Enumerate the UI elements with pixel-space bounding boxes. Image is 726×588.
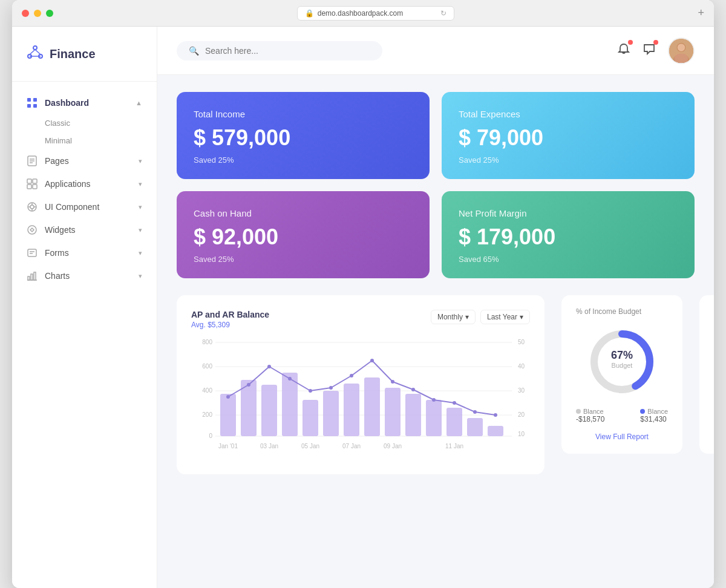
sidebar-item-charts[interactable]: Charts ▾ xyxy=(12,264,157,287)
svg-rect-62 xyxy=(426,400,442,436)
svg-rect-7 xyxy=(33,98,37,102)
svg-point-76 xyxy=(432,398,436,402)
svg-rect-64 xyxy=(467,418,483,436)
expenses-label: Total Expences xyxy=(459,109,678,119)
svg-line-3 xyxy=(30,50,35,54)
filter-year-label: Last Year xyxy=(487,313,517,321)
svg-text:600: 600 xyxy=(202,363,212,370)
sidebar-nav: Dashboard ▲ Classic Minimal Pages ▾ xyxy=(12,82,157,297)
stat-card-profit: Net Profit Margin $ 179,000 Saved 65% xyxy=(442,191,695,278)
svg-rect-65 xyxy=(488,426,503,436)
income-report-link[interactable]: View Full Report xyxy=(595,433,649,441)
svg-rect-17 xyxy=(33,185,37,189)
income-legend2-label: Blance xyxy=(647,408,668,415)
reload-icon[interactable]: ↻ xyxy=(440,9,446,18)
chart-header: AP and AR Balance Avg. $5,309 Monthly ▾ … xyxy=(191,310,530,329)
svg-point-66 xyxy=(226,395,230,399)
svg-rect-30 xyxy=(34,272,36,280)
income-donut-title: % of Income Budget xyxy=(576,307,668,316)
sidebar-item-applications[interactable]: Applications ▾ xyxy=(12,172,157,195)
expenses-value: $ 79,000 xyxy=(459,125,678,151)
svg-rect-63 xyxy=(446,408,462,436)
address-bar[interactable]: 🔒 demo.dashboardpack.com ↻ xyxy=(297,6,454,21)
charts-chevron: ▾ xyxy=(139,272,142,280)
svg-text:400: 400 xyxy=(202,387,212,394)
bottom-section: AP and AR Balance Avg. $5,309 Monthly ▾ … xyxy=(177,295,695,474)
pages-chevron: ▾ xyxy=(139,157,142,165)
stat-card-cash: Cash on Hand $ 92,000 Saved 25% xyxy=(177,191,430,278)
svg-text:0: 0 xyxy=(209,433,212,439)
lock-icon: 🔒 xyxy=(305,9,314,18)
message-button[interactable] xyxy=(643,42,656,59)
income-view-report[interactable]: View Full Report xyxy=(576,431,668,442)
filter-monthly-label: Monthly xyxy=(437,313,463,321)
income-donut-svg: 67% Budget xyxy=(586,325,658,398)
sidebar-item-pages-label: Pages xyxy=(45,156,69,166)
profit-saved: Saved 65% xyxy=(459,255,678,264)
svg-point-67 xyxy=(247,383,250,387)
sidebar-logo: Finance xyxy=(12,27,157,82)
sidebar: Finance Dashboard ▲ Classic Minimal xyxy=(12,27,157,588)
svg-rect-6 xyxy=(27,98,31,102)
svg-text:50: 50 xyxy=(518,339,525,345)
income-legend1-value: -$18,570 xyxy=(576,415,604,423)
app-layout: Finance Dashboard ▲ Classic Minimal xyxy=(12,27,714,588)
stat-card-expenses: Total Expences $ 79,000 Saved 25% xyxy=(442,92,695,179)
browser-toolbar: 🔒 demo.dashboardpack.com ↻ + xyxy=(12,0,714,27)
svg-text:Jan '01: Jan '01 xyxy=(218,443,238,449)
cash-label: Cash on Hand xyxy=(194,208,413,218)
filter-year-button[interactable]: Last Year ▾ xyxy=(480,310,530,324)
widgets-chevron: ▾ xyxy=(139,226,142,234)
sidebar-subitem-minimal[interactable]: Minimal xyxy=(12,132,157,149)
svg-rect-16 xyxy=(27,185,31,189)
dashboard-chevron: ▲ xyxy=(136,99,142,106)
top-bar-right xyxy=(617,38,695,64)
svg-rect-61 xyxy=(405,394,421,436)
maximize-dot[interactable] xyxy=(46,10,53,17)
svg-text:07 Jan: 07 Jan xyxy=(342,443,361,449)
income-saved: Saved 25% xyxy=(194,155,413,165)
main-content: 🔍 xyxy=(157,27,714,588)
svg-text:67%: 67% xyxy=(611,349,633,361)
svg-rect-15 xyxy=(33,179,37,183)
sidebar-subitem-classic[interactable]: Classic xyxy=(12,114,157,132)
expenses-saved: Saved 25% xyxy=(459,155,678,165)
new-tab-button[interactable]: + xyxy=(698,7,704,19)
sidebar-item-dashboard[interactable]: Dashboard ▲ xyxy=(12,91,157,114)
address-bar-area: 🔒 demo.dashboardpack.com ↻ xyxy=(58,6,693,21)
sidebar-item-widgets[interactable]: Widgets ▾ xyxy=(12,218,157,241)
cash-value: $ 92,000 xyxy=(194,224,413,250)
svg-rect-8 xyxy=(27,104,31,108)
user-avatar[interactable] xyxy=(668,38,695,64)
logo-text: Finance xyxy=(50,47,96,61)
sidebar-item-ui-component[interactable]: UI Component ▾ xyxy=(12,195,157,218)
notification-badge xyxy=(628,40,633,45)
expenses-donut-card: % of Expenses Budget 48% Profit xyxy=(699,295,714,454)
svg-rect-58 xyxy=(344,384,359,436)
avatar-image xyxy=(669,39,693,63)
svg-rect-57 xyxy=(323,391,339,436)
profit-value: $ 179,000 xyxy=(459,224,678,250)
sidebar-item-widgets-label: Widgets xyxy=(45,225,76,235)
logo-icon xyxy=(27,44,44,64)
svg-rect-59 xyxy=(364,377,380,436)
svg-line-4 xyxy=(35,50,41,54)
sidebar-item-forms[interactable]: Forms ▾ xyxy=(12,241,157,264)
minimize-dot[interactable] xyxy=(34,10,41,17)
filter-monthly-button[interactable]: Monthly ▾ xyxy=(431,310,476,324)
chart-title: AP and AR Balance xyxy=(191,310,269,319)
svg-text:11 Jan: 11 Jan xyxy=(445,443,463,449)
svg-text:03 Jan: 03 Jan xyxy=(260,443,278,449)
ui-chevron: ▾ xyxy=(139,203,142,211)
notification-button[interactable] xyxy=(617,42,630,59)
svg-text:20: 20 xyxy=(518,411,525,418)
svg-text:05 Jan: 05 Jan xyxy=(301,443,319,449)
bar-chart-svg: 800 600 400 200 0 50 40 30 20 10 xyxy=(191,336,530,457)
sidebar-item-dashboard-label: Dashboard xyxy=(45,98,89,108)
close-dot[interactable] xyxy=(22,10,29,17)
chart-filters: Monthly ▾ Last Year ▾ xyxy=(431,310,530,324)
svg-point-35 xyxy=(678,44,685,51)
search-input[interactable] xyxy=(205,46,370,56)
search-bar[interactable]: 🔍 xyxy=(177,41,382,60)
sidebar-item-pages[interactable]: Pages ▾ xyxy=(12,149,157,172)
